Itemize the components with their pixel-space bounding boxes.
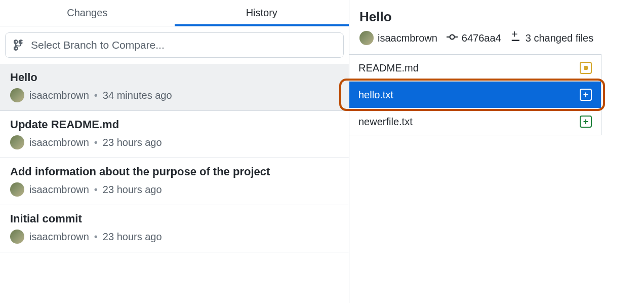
commit-author: isaacmbrown	[29, 137, 89, 148]
commit-item[interactable]: Add information about the purpose of the…	[0, 158, 349, 205]
commit-list: Hello isaacmbrown • 34 minutes ago Updat…	[0, 64, 349, 252]
file-name: hello.txt	[358, 89, 393, 101]
commit-sha-icon	[447, 31, 458, 45]
tab-history[interactable]: History	[175, 0, 349, 26]
detail-header: Hello isaacmbrown 6476aa4	[349, 9, 644, 54]
author-group: isaacmbrown	[359, 31, 437, 45]
commit-meta: isaacmbrown • 23 hours ago	[10, 135, 339, 149]
changed-files-group[interactable]: 3 changed files	[510, 31, 594, 45]
changed-files-label: 3 changed files	[526, 32, 594, 44]
svg-rect-3	[511, 40, 519, 41]
sha-group[interactable]: 6476aa4	[447, 31, 501, 45]
detail-sha: 6476aa4	[462, 32, 501, 44]
history-panel: Changes History Select Branch to Compare…	[0, 0, 349, 303]
commit-title: Update README.md	[10, 118, 339, 131]
commit-time: 23 hours ago	[103, 231, 162, 243]
status-added-icon: +	[580, 89, 592, 101]
avatar	[10, 88, 24, 102]
detail-title: Hello	[359, 9, 634, 25]
commit-time: 23 hours ago	[103, 184, 162, 196]
commit-title: Initial commit	[10, 212, 339, 225]
file-list: README.md hello.txt + newerfile.txt +	[349, 54, 601, 135]
avatar	[10, 135, 24, 149]
file-row[interactable]: README.md	[349, 55, 601, 82]
git-branch-icon	[14, 40, 25, 51]
separator: •	[94, 231, 98, 243]
commit-time: 34 minutes ago	[103, 90, 172, 101]
commit-item[interactable]: Update README.md isaacmbrown • 23 hours …	[0, 111, 349, 158]
status-modified-icon	[580, 62, 592, 74]
commit-meta: isaacmbrown • 23 hours ago	[10, 182, 339, 197]
file-name: README.md	[358, 62, 419, 74]
file-row[interactable]: newerfile.txt +	[349, 108, 601, 135]
avatar	[10, 230, 24, 244]
commit-author: isaacmbrown	[29, 231, 89, 243]
commit-title: Hello	[10, 71, 339, 84]
commit-author: isaacmbrown	[29, 184, 89, 196]
commit-author: isaacmbrown	[29, 90, 89, 101]
commit-meta: isaacmbrown • 23 hours ago	[10, 230, 339, 244]
commit-time: 23 hours ago	[103, 137, 162, 148]
file-name: newerfile.txt	[358, 116, 413, 128]
branch-compare-selector[interactable]: Select Branch to Compare...	[5, 32, 344, 58]
svg-point-0	[450, 34, 454, 39]
branch-placeholder: Select Branch to Compare...	[31, 39, 165, 51]
status-added-icon: +	[580, 116, 592, 128]
separator: •	[94, 90, 98, 101]
commit-item[interactable]: Hello isaacmbrown • 34 minutes ago	[0, 64, 349, 111]
separator: •	[94, 184, 98, 196]
separator: •	[94, 137, 98, 148]
avatar	[359, 31, 374, 45]
avatar	[10, 182, 24, 197]
commit-title: Add information about the purpose of the…	[10, 165, 339, 178]
detail-author: isaacmbrown	[378, 32, 437, 44]
tab-changes[interactable]: Changes	[0, 0, 175, 26]
commit-meta: isaacmbrown • 34 minutes ago	[10, 88, 339, 102]
tabs: Changes History	[0, 0, 349, 26]
file-row[interactable]: hello.txt +	[349, 82, 601, 108]
commit-detail-panel: Hello isaacmbrown 6476aa4	[349, 0, 644, 303]
detail-meta: isaacmbrown 6476aa4 3 changed files	[359, 31, 634, 54]
commit-item[interactable]: Initial commit isaacmbrown • 23 hours ag…	[0, 205, 349, 252]
diff-icon	[510, 31, 521, 45]
